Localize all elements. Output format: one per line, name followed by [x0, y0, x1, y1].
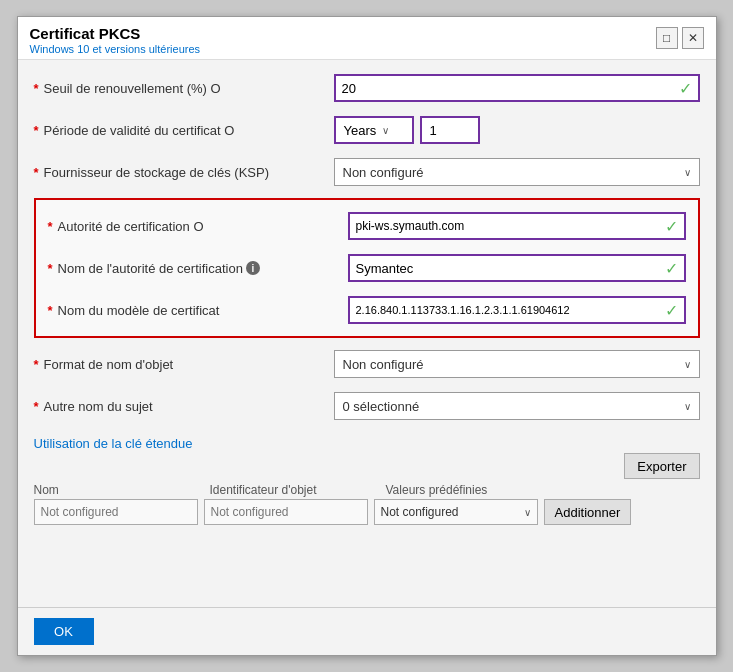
seuil-input[interactable]: [336, 77, 679, 100]
modele-required: *: [48, 303, 53, 318]
eku-section: Utilisation de la clé étendue Exporter N…: [34, 432, 700, 525]
fournisseur-control: Non configuré ∨: [334, 158, 700, 186]
fournisseur-dropdown-arrow: ∨: [684, 167, 691, 178]
autorite-control: ✓: [348, 212, 686, 240]
autre-nom-required: *: [34, 399, 39, 414]
modele-control: ✓: [348, 296, 686, 324]
autre-nom-control: 0 sélectionné ∨: [334, 392, 700, 420]
years-dropdown[interactable]: Years ∨: [334, 116, 414, 144]
red-section: * Autorité de certification O ✓ * Nom de…: [34, 198, 700, 338]
eku-section-title: Utilisation de la clé étendue: [34, 436, 700, 451]
autorite-input[interactable]: [350, 215, 665, 237]
periode-label-text: Période de validité du certificat O: [44, 123, 235, 138]
title-bar: Certificat PKCS Windows 10 et versions u…: [18, 17, 716, 60]
eku-col-id-header: Identificateur d'objet: [210, 483, 380, 497]
modele-label: * Nom du modèle de certificat: [48, 303, 348, 318]
modele-input[interactable]: [350, 300, 665, 320]
years-dropdown-label: Years: [344, 123, 377, 138]
autre-nom-label-text: Autre nom du sujet: [44, 399, 153, 414]
seuil-input-wrapper: ✓: [334, 74, 700, 102]
format-nom-dropdown[interactable]: Non configuré ∨: [334, 350, 700, 378]
nom-autorite-label-text: Nom de l'autorité de certification: [58, 261, 243, 276]
nom-autorite-row: * Nom de l'autorité de certification i ✓: [48, 252, 686, 284]
title-bar-left: Certificat PKCS Windows 10 et versions u…: [30, 25, 201, 55]
periode-required: *: [34, 123, 39, 138]
autre-nom-row: * Autre nom du sujet 0 sélectionné ∨: [34, 390, 700, 422]
dialog-title: Certificat PKCS: [30, 25, 201, 42]
dialog-subtitle: Windows 10 et versions ultérieures: [30, 43, 201, 55]
periode-row: * Période de validité du certificat O Ye…: [34, 114, 700, 146]
title-bar-controls: □ ✕: [656, 27, 704, 49]
eku-col-val-header: Valeurs prédéfinies: [386, 483, 556, 497]
add-button[interactable]: Additionner: [544, 499, 632, 525]
eku-row: Not configured ∨ Additionner: [34, 499, 700, 525]
autorite-row: * Autorité de certification O ✓: [48, 210, 686, 242]
autorite-required: *: [48, 219, 53, 234]
seuil-control: ✓: [334, 74, 700, 102]
close-button[interactable]: ✕: [682, 27, 704, 49]
autre-nom-label: * Autre nom du sujet: [34, 399, 334, 414]
nom-autorite-info-icon: i: [246, 261, 260, 275]
export-button[interactable]: Exporter: [624, 453, 699, 479]
seuil-checkmark: ✓: [679, 79, 698, 98]
periode-label: * Période de validité du certificat O: [34, 123, 334, 138]
eku-val-dropdown[interactable]: Not configured ∨: [374, 499, 538, 525]
ok-button[interactable]: OK: [34, 618, 94, 645]
nom-autorite-label: * Nom de l'autorité de certification i: [48, 261, 348, 276]
years-group: Years ∨: [334, 116, 700, 144]
seuil-label-text: Seuil de renouvellement (%) O: [44, 81, 221, 96]
fournisseur-required: *: [34, 165, 39, 180]
fournisseur-dropdown-value: Non configuré: [343, 165, 424, 180]
nom-autorite-control: ✓: [348, 254, 686, 282]
eku-nom-input[interactable]: [34, 499, 198, 525]
modele-row: * Nom du modèle de certificat ✓: [48, 294, 686, 326]
content-area: * Seuil de renouvellement (%) O ✓ * Péri…: [18, 60, 716, 607]
eku-val-dropdown-arrow: ∨: [524, 507, 531, 518]
eku-val-dropdown-value: Not configured: [381, 505, 459, 519]
format-nom-control: Non configuré ∨: [334, 350, 700, 378]
autorite-label-text: Autorité de certification O: [58, 219, 204, 234]
nom-autorite-required: *: [48, 261, 53, 276]
modele-checkmark: ✓: [665, 301, 684, 320]
eku-id-input[interactable]: [204, 499, 368, 525]
modele-input-wrapper: ✓: [348, 296, 686, 324]
autorite-label: * Autorité de certification O: [48, 219, 348, 234]
nom-autorite-checkmark: ✓: [665, 259, 684, 278]
autorite-input-wrapper: ✓: [348, 212, 686, 240]
format-nom-dropdown-arrow: ∨: [684, 359, 691, 370]
seuil-label: * Seuil de renouvellement (%) O: [34, 81, 334, 96]
dialog: Certificat PKCS Windows 10 et versions u…: [17, 16, 717, 656]
format-nom-required: *: [34, 357, 39, 372]
periode-number-input[interactable]: [420, 116, 480, 144]
minimize-button[interactable]: □: [656, 27, 678, 49]
footer: OK: [18, 607, 716, 655]
format-nom-dropdown-value: Non configuré: [343, 357, 424, 372]
fournisseur-label: * Fournisseur de stockage de clés (KSP): [34, 165, 334, 180]
years-dropdown-arrow: ∨: [382, 125, 389, 136]
seuil-required: *: [34, 81, 39, 96]
format-nom-label: * Format de nom d'objet: [34, 357, 334, 372]
modele-label-text: Nom du modèle de certificat: [58, 303, 220, 318]
fournisseur-row: * Fournisseur de stockage de clés (KSP) …: [34, 156, 700, 188]
periode-control: Years ∨: [334, 116, 700, 144]
eku-header: Exporter: [34, 453, 700, 479]
autre-nom-dropdown[interactable]: 0 sélectionné ∨: [334, 392, 700, 420]
seuil-row: * Seuil de renouvellement (%) O ✓: [34, 72, 700, 104]
fournisseur-label-text: Fournisseur de stockage de clés (KSP): [44, 165, 269, 180]
nom-autorite-input[interactable]: [350, 257, 665, 280]
eku-col-nom-header: Nom: [34, 483, 204, 497]
autre-nom-dropdown-value: 0 sélectionné: [343, 399, 420, 414]
eku-table-header: Nom Identificateur d'objet Valeurs prédé…: [34, 483, 700, 497]
autre-nom-dropdown-arrow: ∨: [684, 401, 691, 412]
autorite-checkmark: ✓: [665, 217, 684, 236]
format-nom-label-text: Format de nom d'objet: [44, 357, 174, 372]
fournisseur-dropdown[interactable]: Non configuré ∨: [334, 158, 700, 186]
format-nom-row: * Format de nom d'objet Non configuré ∨: [34, 348, 700, 380]
nom-autorite-input-wrapper: ✓: [348, 254, 686, 282]
